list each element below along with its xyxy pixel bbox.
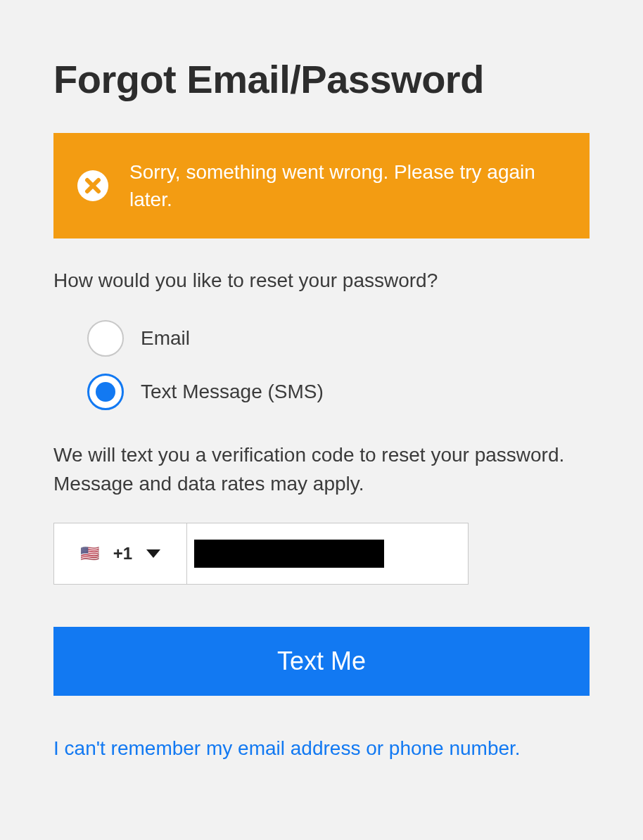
phone-number-input[interactable] (187, 523, 469, 585)
flag-icon: 🇺🇸 (80, 546, 99, 561)
error-alert: Sorry, something went wrong. Please try … (53, 133, 590, 238)
error-icon (77, 170, 108, 201)
country-code-select[interactable]: 🇺🇸 +1 (53, 523, 187, 585)
radio-email[interactable]: Email (87, 320, 590, 357)
radio-email-label: Email (141, 327, 190, 350)
reset-prompt: How would you like to reset your passwor… (53, 269, 590, 292)
radio-sms[interactable]: Text Message (SMS) (87, 374, 590, 410)
forgot-password-panel: Forgot Email/Password Sorry, something w… (0, 0, 643, 791)
radio-email-indicator (87, 320, 124, 357)
radio-sms-label: Text Message (SMS) (141, 381, 324, 403)
sms-info-text: We will text you a verification code to … (53, 441, 590, 498)
cant-remember-link[interactable]: I can't remember my email address or pho… (53, 734, 590, 763)
phone-input-row: 🇺🇸 +1 (53, 523, 469, 585)
text-me-button[interactable]: Text Me (53, 627, 590, 696)
radio-dot-icon (96, 382, 115, 402)
page-title: Forgot Email/Password (53, 56, 590, 102)
radio-sms-indicator (87, 374, 124, 410)
dial-code: +1 (113, 544, 132, 564)
error-message: Sorry, something went wrong. Please try … (129, 158, 561, 213)
phone-redacted-value (194, 540, 384, 568)
reset-method-group: Email Text Message (SMS) (87, 320, 590, 410)
chevron-down-icon (146, 549, 160, 558)
